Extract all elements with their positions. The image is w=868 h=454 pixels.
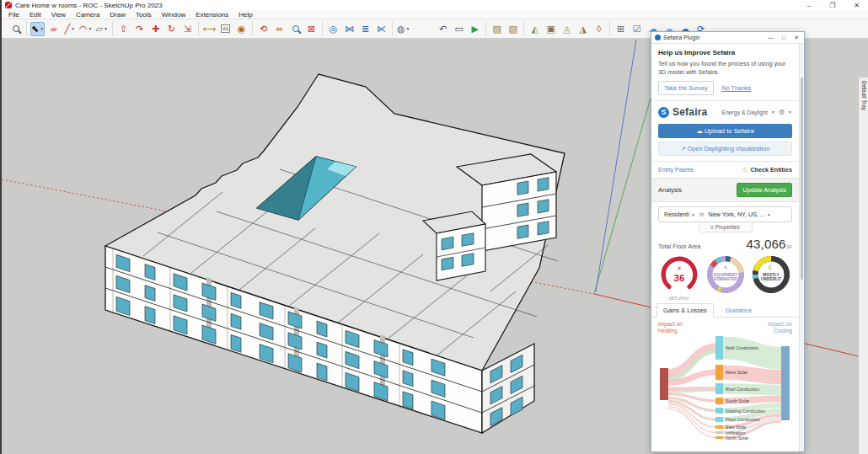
sandbox-smoove-icon[interactable]: ◭ bbox=[528, 22, 542, 36]
sandbox-drape-icon[interactable]: ◬ bbox=[560, 22, 574, 36]
menu-help[interactable]: Help bbox=[238, 11, 252, 19]
layers-stack-tool-icon[interactable]: ≣ bbox=[358, 22, 372, 36]
panel-maximize-button[interactable]: □ bbox=[782, 35, 785, 41]
sefaira-panel-titlebar[interactable]: Sefaira Plugin — □ ✕ bbox=[651, 32, 804, 44]
window[interactable] bbox=[442, 237, 453, 250]
sankey-node[interactable] bbox=[715, 408, 723, 414]
window[interactable] bbox=[462, 233, 474, 247]
no-thanks-link[interactable]: No Thanks bbox=[722, 84, 752, 92]
move-tool-icon[interactable]: ✚ bbox=[148, 22, 163, 36]
panel-scrollbar-thumb[interactable] bbox=[801, 77, 803, 280]
sandbox-add-detail-icon[interactable]: ◮ bbox=[576, 22, 590, 36]
window[interactable] bbox=[403, 392, 413, 409]
menu-window[interactable]: Window bbox=[162, 11, 185, 19]
hvac-gauge: ϟEQUIPMENTDOMINATED bbox=[703, 254, 748, 301]
push-pull-tool-icon[interactable]: ⇧ bbox=[116, 22, 131, 36]
scale-tool-icon[interactable]: ⇲ bbox=[180, 22, 195, 36]
follow-me-tool-icon[interactable]: ↷ bbox=[132, 22, 147, 36]
zoom-extents-tool-icon[interactable]: ⊠ bbox=[304, 22, 319, 36]
sandbox-flip-edge-icon[interactable]: ◊ bbox=[592, 22, 606, 36]
window[interactable] bbox=[538, 200, 549, 213]
window[interactable] bbox=[517, 225, 528, 238]
window[interactable] bbox=[442, 257, 453, 270]
upload-to-sefaira-button[interactable]: ☁ Upload to Sefaira bbox=[658, 124, 792, 138]
total-floor-area-label: Total Floor Area bbox=[658, 243, 700, 250]
energy-use-gauge: ⚡36kBTU/ft²/yr bbox=[656, 254, 702, 301]
window[interactable] bbox=[462, 254, 474, 267]
orbit-tool-icon[interactable]: ⟲ bbox=[256, 22, 271, 36]
sandbox-from-contours-icon[interactable]: ▨ bbox=[490, 22, 504, 36]
sandbox-from-scratch-icon[interactable]: ▧ bbox=[506, 22, 520, 36]
check-entities-button[interactable]: Check Entities bbox=[750, 166, 792, 174]
open-daylighting-button[interactable]: ↗ Open Daylighting Visualization bbox=[658, 142, 792, 156]
line-tool-icon[interactable]: ╱▼ bbox=[62, 22, 77, 36]
zoom-tool-icon[interactable] bbox=[288, 22, 303, 36]
section-fill-tool-icon[interactable]: ⋉ bbox=[374, 22, 388, 36]
sankey-node[interactable] bbox=[715, 383, 723, 394]
menu-view[interactable]: View bbox=[51, 11, 66, 19]
building-type-dropdown[interactable]: Residenti ▼ bbox=[664, 211, 695, 218]
menu-edit[interactable]: Edit bbox=[29, 11, 41, 19]
window[interactable] bbox=[538, 222, 549, 235]
heating-node[interactable] bbox=[660, 368, 668, 400]
maximize-button[interactable]: ❐ bbox=[829, 2, 835, 9]
update-analysis-button[interactable]: Update Analysis bbox=[737, 183, 792, 197]
panel-minimize-button[interactable]: — bbox=[768, 35, 774, 41]
tab-gains-losses[interactable]: Gains & Losses bbox=[656, 303, 714, 318]
sankey-node[interactable] bbox=[715, 436, 723, 439]
menu-camera[interactable]: Camera bbox=[76, 11, 99, 19]
sankey-node[interactable] bbox=[715, 425, 723, 429]
tab-guidance[interactable]: Guidance bbox=[726, 304, 753, 317]
publish-model-icon[interactable]: ⊞ bbox=[613, 22, 628, 36]
select-tool-icon[interactable]: ⬉▼ bbox=[30, 22, 45, 36]
sankey-node[interactable] bbox=[715, 336, 723, 360]
classifier-tool-icon[interactable]: ◎ bbox=[326, 22, 340, 36]
panel-scrollbar[interactable] bbox=[799, 44, 804, 451]
entity-palette-link[interactable]: Entity Palette bbox=[658, 166, 694, 174]
undo-icon[interactable]: ↶ bbox=[436, 22, 450, 36]
properties-button[interactable]: ≡ Properties bbox=[699, 222, 753, 232]
window[interactable] bbox=[517, 181, 528, 195]
dialog-window-icon[interactable]: ▭ bbox=[452, 22, 466, 36]
sankey-node[interactable] bbox=[715, 398, 723, 404]
sankey-node[interactable] bbox=[715, 431, 723, 434]
sankey-node-label: Floor Conduction bbox=[726, 417, 760, 422]
window[interactable] bbox=[145, 307, 155, 324]
window[interactable] bbox=[231, 334, 241, 352]
menu-file[interactable]: File bbox=[8, 11, 19, 19]
mode-dropdown[interactable]: Energy & Daylight bbox=[722, 109, 768, 115]
menu-tools[interactable]: Tools bbox=[136, 11, 152, 19]
panel-close-button[interactable]: ✕ bbox=[794, 35, 799, 41]
window[interactable] bbox=[317, 363, 327, 381]
sankey-node[interactable] bbox=[715, 417, 723, 422]
minimize-button[interactable]: – bbox=[807, 2, 811, 9]
cooling-node[interactable] bbox=[781, 346, 790, 420]
menu-extensions[interactable]: Extensions bbox=[196, 11, 228, 19]
tape-measure-tool-icon[interactable]: ⟷ bbox=[202, 22, 217, 36]
menu-draw[interactable]: Draw bbox=[110, 11, 126, 19]
rotate-tool-icon[interactable]: ↻ bbox=[164, 22, 179, 36]
rectangle-tool-icon[interactable]: ▱▼ bbox=[94, 22, 109, 36]
zoom-window-tool-icon[interactable] bbox=[8, 22, 23, 36]
eraser-tool-icon[interactable]: ▰ bbox=[46, 22, 61, 36]
take-survey-button[interactable]: Take the Survey bbox=[658, 81, 714, 95]
run-analysis-icon[interactable]: ▶ bbox=[468, 22, 482, 36]
sankey-node[interactable] bbox=[715, 365, 723, 380]
close-button[interactable]: ✕ bbox=[854, 2, 860, 9]
window[interactable] bbox=[538, 178, 549, 191]
impact-labels: Impact onHeating Impact onCooling bbox=[651, 318, 799, 334]
pan-tool-icon[interactable]: ⬌ bbox=[272, 22, 287, 36]
default-tray-tab[interactable]: Default Tray bbox=[858, 77, 868, 454]
window-title: Care Home w rooms - ROC - SketchUp Pro 2… bbox=[15, 2, 163, 9]
text-tool-icon[interactable]: A1 bbox=[218, 22, 233, 36]
window[interactable] bbox=[517, 203, 528, 216]
gear-icon[interactable]: ⚙ bbox=[779, 109, 785, 116]
svg-text:MOSTLY: MOSTLY bbox=[763, 273, 780, 277]
model-check-icon[interactable]: ☑ bbox=[630, 22, 644, 36]
arc-tool-icon[interactable]: ◠▼ bbox=[78, 22, 93, 36]
paint-bucket-tool-icon[interactable]: ◉ bbox=[234, 22, 249, 36]
section-plane-tool-icon[interactable]: ⋈ bbox=[342, 22, 356, 36]
location-dropdown[interactable]: New York, NY, US, ... ▼ bbox=[709, 211, 771, 218]
sandbox-stamp-icon[interactable]: ▣ bbox=[544, 22, 558, 36]
user-account-icon[interactable]: ◍▼ bbox=[396, 22, 410, 36]
